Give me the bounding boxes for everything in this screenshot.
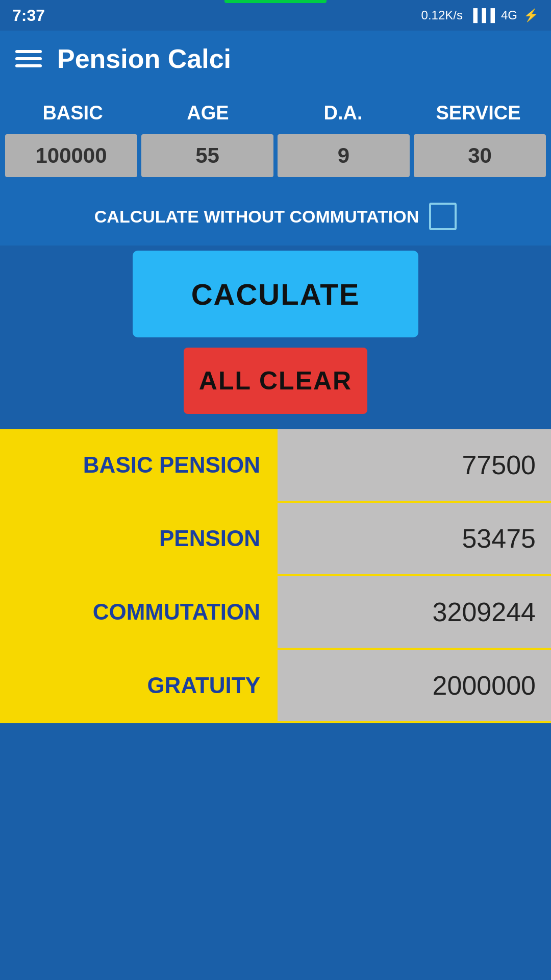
pension-value: 53475 bbox=[276, 503, 551, 574]
service-input[interactable] bbox=[414, 134, 546, 177]
basic-input[interactable] bbox=[5, 134, 137, 177]
charge-indicator bbox=[224, 0, 327, 3]
gratuity-value: 2000000 bbox=[276, 650, 551, 721]
basic-pension-row: BASIC PENSION 77500 bbox=[0, 429, 551, 503]
input-fields bbox=[5, 134, 546, 177]
gratuity-row: GRATUITY 2000000 bbox=[0, 650, 551, 723]
basic-pension-label: BASIC PENSION bbox=[0, 429, 276, 501]
header-age: AGE bbox=[140, 97, 276, 129]
network-speed: 0.12K/s bbox=[421, 8, 463, 22]
checkbox-row: CALCULATE WITHOUT COMMUTATION bbox=[0, 187, 551, 246]
status-bar: 7:37 0.12K/s ▐▐▐ 4G ⚡ bbox=[0, 0, 551, 31]
time-display: 7:37 bbox=[12, 6, 45, 25]
header-basic: BASIC bbox=[5, 97, 140, 129]
basic-pension-value: 77500 bbox=[276, 429, 551, 501]
input-section: BASIC AGE D.A. SERVICE bbox=[0, 87, 551, 187]
commutation-row: COMMUTATION 3209244 bbox=[0, 576, 551, 650]
header-da: D.A. bbox=[276, 97, 411, 129]
signal-icon: ▐▐▐ bbox=[469, 8, 495, 22]
pension-label: PENSION bbox=[0, 503, 276, 574]
status-icons: 0.12K/s ▐▐▐ 4G ⚡ bbox=[421, 8, 539, 22]
menu-button[interactable] bbox=[15, 50, 42, 67]
pension-row: PENSION 53475 bbox=[0, 503, 551, 576]
commutation-value: 3209244 bbox=[276, 576, 551, 648]
app-header: Pension Calci bbox=[0, 31, 551, 87]
age-input[interactable] bbox=[141, 134, 273, 177]
bottom-area bbox=[0, 723, 551, 927]
results-section: BASIC PENSION 77500 PENSION 53475 COMMUT… bbox=[0, 429, 551, 723]
menu-line-1 bbox=[15, 50, 42, 53]
da-input[interactable] bbox=[278, 134, 410, 177]
input-headers: BASIC AGE D.A. SERVICE bbox=[5, 97, 546, 129]
menu-line-2 bbox=[15, 57, 42, 60]
gratuity-label: GRATUITY bbox=[0, 650, 276, 721]
menu-line-3 bbox=[15, 64, 42, 67]
commutation-checkbox[interactable] bbox=[429, 203, 457, 230]
header-service: SERVICE bbox=[411, 97, 546, 129]
calculate-button[interactable]: CACULATE bbox=[133, 251, 418, 337]
commutation-label: COMMUTATION bbox=[0, 576, 276, 648]
network-type: 4G bbox=[501, 8, 517, 22]
battery-icon: ⚡ bbox=[523, 8, 539, 22]
checkbox-label: CALCULATE WITHOUT COMMUTATION bbox=[94, 207, 419, 227]
clear-button[interactable]: ALL CLEAR bbox=[184, 348, 367, 414]
app-title: Pension Calci bbox=[57, 43, 231, 74]
